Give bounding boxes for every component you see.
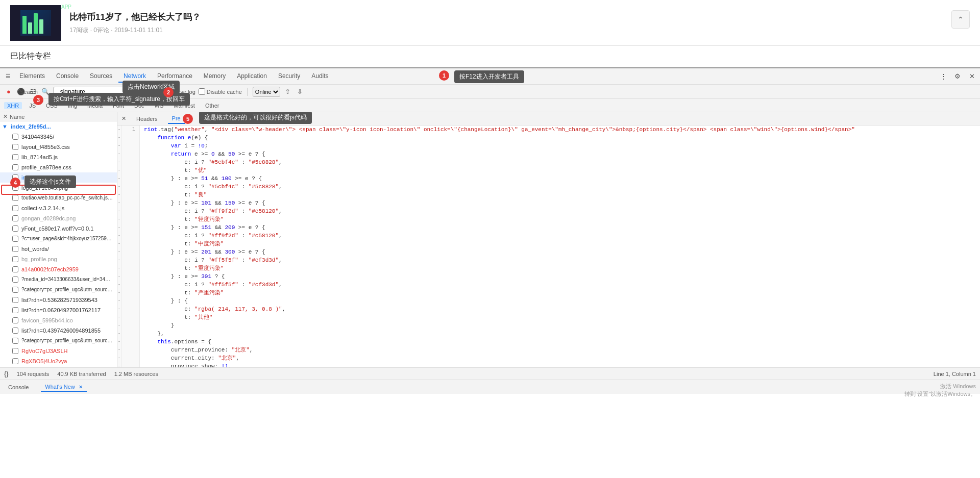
code-tab-preview[interactable]: Pre xyxy=(168,114,185,124)
list-item[interactable]: ?c=user_page&sid=4hjkxoyuz15725952485458… xyxy=(0,234,117,244)
code-line: - t: "良" xyxy=(117,191,980,199)
annotation-5-bubble: 这是格式化好的，可以很好的看js代码 xyxy=(199,112,312,124)
code-line: - t: "重度污染" xyxy=(117,264,980,272)
code-line: - c: i ? "#ff9f2d" : "#c58120", xyxy=(117,232,980,240)
tab-audits[interactable]: Audits xyxy=(306,70,333,83)
search-label: Search xyxy=(20,89,38,95)
list-item[interactable]: list?rdn=0.43974260094891855 xyxy=(0,325,117,336)
code-line: - } : e >= 151 && 200 >= e ? { xyxy=(117,223,980,232)
code-line: - this.options = { xyxy=(117,338,980,346)
throttle-select[interactable]: Online xyxy=(253,87,280,97)
code-panel-tabs: ✕ Headers Pre 5 这是格式化好的，可以很好的看js代码 xyxy=(117,112,980,125)
code-view[interactable]: - 1 riot.tag("weather", "<div class=\"w-… xyxy=(117,125,980,367)
code-line: - function e(e) { xyxy=(117,134,980,142)
devtools: ☰ Elements Console Sources Network Perfo… xyxy=(0,67,980,394)
scroll-top-button[interactable]: ⌃ xyxy=(951,10,970,29)
list-item[interactable]: ?category=pc_profile_ugc&utm_source=tout… xyxy=(0,285,117,295)
code-line: - t: "轻度污染" xyxy=(117,215,980,223)
code-line: - }, xyxy=(117,330,980,338)
code-line: - t: "严重污染" xyxy=(117,289,980,297)
code-line: - c: i ? "#ff9f2d" : "#c58120", xyxy=(117,207,980,215)
tab-application[interactable]: Application xyxy=(232,70,272,83)
close-devtools-icon[interactable]: ✕ xyxy=(967,71,977,82)
tab-whats-new[interactable]: What's New ✕ xyxy=(41,383,86,392)
tab-console[interactable]: Console xyxy=(51,70,84,83)
file-panel: ✕ Name ▼ index_2fe95d... 3410443345/ xyxy=(0,112,117,367)
status-resources: 1.2 MB resources xyxy=(114,371,158,377)
tab-sources[interactable]: Sources xyxy=(85,70,117,83)
more-options-icon[interactable]: ⋮ xyxy=(938,71,948,82)
tab-console-bottom[interactable]: Console xyxy=(4,383,33,391)
list-item[interactable]: 3410443345/ xyxy=(0,132,117,142)
code-line: - } xyxy=(117,321,980,330)
list-item[interactable]: collect-v.3.2.14.js xyxy=(0,203,117,213)
column-header: 巴比特专栏 xyxy=(0,46,980,67)
article-meta: 17阅读 · 0评论 · 2019-11-01 11:01 xyxy=(69,26,970,35)
disable-cache-checkbox[interactable] xyxy=(199,88,205,95)
list-item[interactable]: bg_profile.png xyxy=(0,254,117,264)
filter-xhr[interactable]: XHR xyxy=(4,102,22,109)
code-panel: ✕ Headers Pre 5 这是格式化好的，可以很好的看js代码 - 1 xyxy=(117,112,980,367)
status-transferred: 40.9 KB transferred xyxy=(57,371,106,377)
code-line: - } : e >= 101 && 150 >= e ? { xyxy=(117,199,980,207)
record-icon[interactable]: ● xyxy=(4,87,13,96)
list-item[interactable]: gongan_d0289dc.png xyxy=(0,213,117,223)
annotation-4-bubble: 选择这个js文件 xyxy=(24,175,76,188)
list-item[interactable]: yFont_c580e17.woff?v=0.0.1 xyxy=(0,223,117,234)
code-tab-close[interactable]: ✕ xyxy=(121,115,126,122)
bottom-bar: Console What's New ✕ 激活 Windows 转到"设置"以激… xyxy=(0,380,980,394)
list-item[interactable]: ?category=pc_profile_ugc&utm_source=tout… xyxy=(0,336,117,346)
disable-cache-label[interactable]: Disable cache xyxy=(199,88,242,95)
list-item[interactable]: ▼ index_2fe95d... xyxy=(0,121,117,132)
list-item[interactable]: hot_words/ xyxy=(0,244,117,254)
toolbar-divider-2 xyxy=(247,88,248,96)
close-whats-new-icon[interactable]: ✕ xyxy=(79,384,83,390)
code-line: - } : e >= 201 && 300 >= e ? { xyxy=(117,248,980,256)
code-line-1: - 1 riot.tag("weather", "<div class=\"w-… xyxy=(117,125,980,134)
import-icon[interactable]: ⇧ xyxy=(283,87,292,96)
code-tab-headers[interactable]: Headers xyxy=(132,114,162,123)
file-list: ▼ index_2fe95d... 3410443345/ layout_f48… xyxy=(0,121,117,367)
devtools-topbar-right: ⋮ ⚙ ✕ xyxy=(938,71,977,82)
tab-elements[interactable]: Elements xyxy=(14,70,50,83)
app-container: APP 比特币11岁了，他已经长大了吗？ 17阅读 · 0评论 · 2019-1… xyxy=(0,0,980,478)
list-item[interactable]: RgXBO5j4Uo2vya xyxy=(0,356,117,366)
list-item[interactable]: a14a0002fc07ecb2959 xyxy=(0,264,117,274)
list-item[interactable]: list?rdn=0.5362825719339543 xyxy=(0,295,117,305)
code-line: - c: i ? "#5cbf4c" : "#5c8828", xyxy=(117,158,980,166)
filter-other[interactable]: Other xyxy=(202,102,223,109)
code-line: - t: "中度污染" xyxy=(117,240,980,248)
code-line: - c: i ? "#5cbf4c" : "#5c8828", xyxy=(117,183,980,191)
list-item[interactable]: list?rdn=0.06204927001762117 xyxy=(0,305,117,315)
list-item[interactable]: favicon_5995b44.ico xyxy=(0,315,117,325)
annotation-1-circle: 1 xyxy=(439,70,449,81)
devtools-main: ✕ Name ▼ index_2fe95d... 3410443345/ xyxy=(0,112,980,367)
tab-memory[interactable]: Memory xyxy=(199,70,231,83)
code-line: - c: i ? "#ff5f5f" : "#cf3d3d", xyxy=(117,256,980,264)
annotation-4-circle: 4 xyxy=(10,178,20,188)
devtools-statusbar: {} 104 requests 40.9 KB transferred 1.2 … xyxy=(0,367,980,380)
export-icon[interactable]: ⇩ xyxy=(296,87,305,96)
code-line: - } : { xyxy=(117,297,980,305)
name-header: Name xyxy=(10,114,24,120)
list-item[interactable]: toutiao.web.toutiao_pc-pc-fe_switch.js?t… xyxy=(0,193,117,203)
tab-security[interactable]: Security xyxy=(273,70,305,83)
list-item[interactable]: profile_ca978ee.css xyxy=(0,162,117,172)
list-item[interactable]: ?media_id=3413306633&user_id=3410443345 xyxy=(0,274,117,285)
code-line: - t: "其他" xyxy=(117,313,980,321)
code-line: - province_show: !1, xyxy=(117,362,980,367)
list-item[interactable]: layout_f4855e3.css xyxy=(0,142,117,152)
annotation-3-circle: 3 xyxy=(33,95,43,105)
settings-icon[interactable]: ⚙ xyxy=(952,71,963,82)
status-formatter-icon[interactable]: {} xyxy=(4,370,9,378)
article-area: APP 比特币11岁了，他已经长大了吗？ 17阅读 · 0评论 · 2019-1… xyxy=(0,0,980,46)
devtools-icon-elements-expand[interactable]: ☰ xyxy=(3,71,13,82)
list-item[interactable]: lib_8714ad5.js xyxy=(0,152,117,162)
list-item[interactable]: RgVoC7gIJ3ASLH xyxy=(0,346,117,356)
code-line: - } : e >= 301 ? { xyxy=(117,272,980,281)
article-title: 比特币11岁了，他已经长大了吗？ xyxy=(69,11,970,23)
article-thumbnail: APP xyxy=(10,5,61,41)
close-icon[interactable]: ✕ xyxy=(3,113,8,120)
code-line: - c: i ? "#ff5f5f" : "#cf3d3d", xyxy=(117,281,980,289)
code-line: - c: "rgba( 214, 117, 3, 0.8 )", xyxy=(117,305,980,313)
